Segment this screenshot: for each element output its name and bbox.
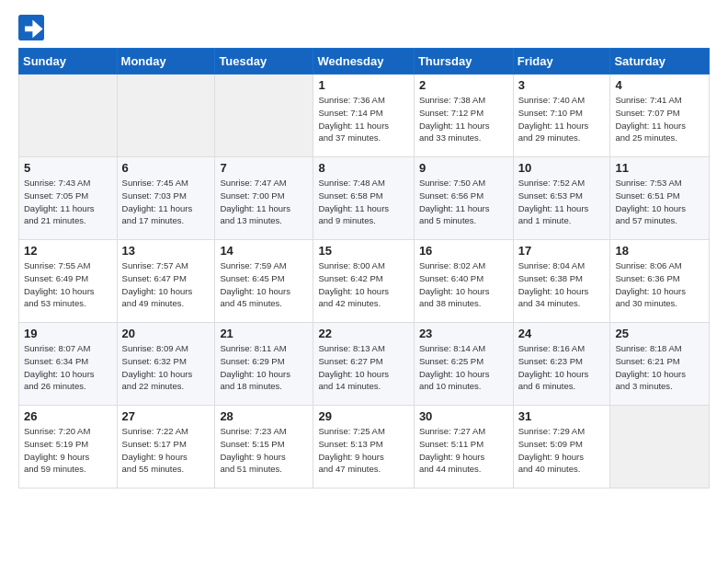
week-row-5: 26Sunrise: 7:20 AM Sunset: 5:19 PM Dayli… [19, 406, 710, 488]
day-number: 7 [220, 161, 308, 175]
day-info: Sunrise: 7:59 AM Sunset: 6:45 PM Dayligh… [220, 259, 308, 310]
day-cell [610, 406, 710, 488]
day-cell: 26Sunrise: 7:20 AM Sunset: 5:19 PM Dayli… [19, 406, 118, 488]
day-info: Sunrise: 7:47 AM Sunset: 7:00 PM Dayligh… [220, 177, 308, 227]
day-cell: 19Sunrise: 8:07 AM Sunset: 6:34 PM Dayli… [19, 323, 118, 406]
day-info: Sunrise: 7:55 AM Sunset: 6:49 PM Dayligh… [24, 259, 112, 310]
day-info: Sunrise: 8:09 AM Sunset: 6:32 PM Dayligh… [122, 342, 210, 393]
day-info: Sunrise: 7:20 AM Sunset: 5:19 PM Dayligh… [24, 425, 112, 476]
day-cell: 24Sunrise: 8:16 AM Sunset: 6:23 PM Dayli… [513, 323, 610, 406]
day-number: 6 [122, 161, 210, 175]
day-cell: 29Sunrise: 7:25 AM Sunset: 5:13 PM Dayli… [313, 406, 414, 488]
day-cell: 18Sunrise: 8:06 AM Sunset: 6:36 PM Dayli… [610, 240, 710, 323]
day-number: 25 [615, 327, 704, 340]
day-number: 29 [318, 409, 408, 423]
day-cell: 31Sunrise: 7:29 AM Sunset: 5:09 PM Dayli… [513, 406, 610, 488]
day-cell: 1Sunrise: 7:36 AM Sunset: 7:14 PM Daylig… [313, 75, 414, 157]
day-cell: 28Sunrise: 7:23 AM Sunset: 5:15 PM Dayli… [215, 406, 313, 488]
day-cell: 17Sunrise: 8:04 AM Sunset: 6:38 PM Dayli… [513, 240, 610, 323]
day-cell: 4Sunrise: 7:41 AM Sunset: 7:07 PM Daylig… [610, 75, 710, 157]
calendar: SundayMondayTuesdayWednesdayThursdayFrid… [18, 48, 710, 488]
day-cell: 11Sunrise: 7:53 AM Sunset: 6:51 PM Dayli… [610, 157, 710, 240]
day-number: 30 [419, 409, 508, 423]
day-cell: 13Sunrise: 7:57 AM Sunset: 6:47 PM Dayli… [117, 240, 215, 323]
day-cell: 6Sunrise: 7:45 AM Sunset: 7:03 PM Daylig… [117, 157, 215, 240]
day-number: 8 [318, 161, 408, 175]
day-cell: 20Sunrise: 8:09 AM Sunset: 6:32 PM Dayli… [117, 323, 215, 406]
day-cell: 2Sunrise: 7:38 AM Sunset: 7:12 PM Daylig… [414, 75, 513, 157]
weekday-header-thursday: Thursday [414, 49, 513, 75]
day-number: 14 [220, 244, 308, 258]
day-info: Sunrise: 7:57 AM Sunset: 6:47 PM Dayligh… [122, 259, 210, 310]
day-number: 11 [615, 161, 704, 175]
week-row-2: 5Sunrise: 7:43 AM Sunset: 7:05 PM Daylig… [19, 157, 710, 240]
day-number: 13 [122, 244, 210, 258]
week-row-3: 12Sunrise: 7:55 AM Sunset: 6:49 PM Dayli… [19, 240, 710, 323]
weekday-header-wednesday: Wednesday [313, 49, 414, 75]
day-info: Sunrise: 8:07 AM Sunset: 6:34 PM Dayligh… [24, 342, 112, 393]
day-cell: 22Sunrise: 8:13 AM Sunset: 6:27 PM Dayli… [313, 323, 414, 406]
week-row-1: 1Sunrise: 7:36 AM Sunset: 7:14 PM Daylig… [19, 75, 710, 157]
day-cell [19, 75, 118, 157]
day-info: Sunrise: 8:06 AM Sunset: 6:36 PM Dayligh… [615, 259, 704, 310]
day-cell: 27Sunrise: 7:22 AM Sunset: 5:17 PM Dayli… [117, 406, 215, 488]
day-cell: 14Sunrise: 7:59 AM Sunset: 6:45 PM Dayli… [215, 240, 313, 323]
day-info: Sunrise: 8:13 AM Sunset: 6:27 PM Dayligh… [318, 342, 408, 393]
day-number: 24 [518, 327, 606, 340]
day-info: Sunrise: 7:27 AM Sunset: 5:11 PM Dayligh… [419, 425, 508, 476]
day-cell [215, 75, 313, 157]
day-info: Sunrise: 7:29 AM Sunset: 5:09 PM Dayligh… [518, 425, 606, 476]
day-info: Sunrise: 8:00 AM Sunset: 6:42 PM Dayligh… [318, 259, 408, 310]
day-number: 21 [220, 327, 308, 340]
day-number: 28 [220, 409, 308, 423]
day-info: Sunrise: 7:43 AM Sunset: 7:05 PM Dayligh… [24, 177, 112, 227]
day-info: Sunrise: 7:25 AM Sunset: 5:13 PM Dayligh… [318, 425, 408, 476]
header [18, 15, 710, 40]
weekday-header-saturday: Saturday [610, 49, 710, 75]
day-number: 10 [518, 161, 606, 175]
day-cell: 9Sunrise: 7:50 AM Sunset: 6:56 PM Daylig… [414, 157, 513, 240]
week-row-4: 19Sunrise: 8:07 AM Sunset: 6:34 PM Dayli… [19, 323, 710, 406]
day-cell: 30Sunrise: 7:27 AM Sunset: 5:11 PM Dayli… [414, 406, 513, 488]
day-number: 22 [318, 327, 408, 340]
weekday-header-tuesday: Tuesday [215, 49, 313, 75]
day-info: Sunrise: 7:45 AM Sunset: 7:03 PM Dayligh… [122, 177, 210, 227]
day-number: 5 [24, 161, 112, 175]
day-info: Sunrise: 7:38 AM Sunset: 7:12 PM Dayligh… [419, 94, 508, 144]
day-info: Sunrise: 8:04 AM Sunset: 6:38 PM Dayligh… [518, 259, 606, 310]
weekday-header-row: SundayMondayTuesdayWednesdayThursdayFrid… [19, 49, 710, 75]
day-number: 3 [518, 78, 606, 92]
day-number: 26 [24, 409, 112, 423]
day-info: Sunrise: 7:41 AM Sunset: 7:07 PM Dayligh… [615, 94, 704, 144]
day-number: 15 [318, 244, 408, 258]
day-number: 2 [419, 78, 508, 92]
page: SundayMondayTuesdayWednesdayThursdayFrid… [0, 0, 728, 503]
day-info: Sunrise: 7:48 AM Sunset: 6:58 PM Dayligh… [318, 177, 408, 227]
day-info: Sunrise: 7:22 AM Sunset: 5:17 PM Dayligh… [122, 425, 210, 476]
day-number: 16 [419, 244, 508, 258]
day-number: 20 [122, 327, 210, 340]
day-info: Sunrise: 7:40 AM Sunset: 7:10 PM Dayligh… [518, 94, 606, 144]
day-cell: 10Sunrise: 7:52 AM Sunset: 6:53 PM Dayli… [513, 157, 610, 240]
weekday-header-sunday: Sunday [19, 49, 118, 75]
day-info: Sunrise: 8:18 AM Sunset: 6:21 PM Dayligh… [615, 342, 704, 393]
day-cell: 12Sunrise: 7:55 AM Sunset: 6:49 PM Dayli… [19, 240, 118, 323]
day-cell: 16Sunrise: 8:02 AM Sunset: 6:40 PM Dayli… [414, 240, 513, 323]
day-number: 27 [122, 409, 210, 423]
day-info: Sunrise: 7:53 AM Sunset: 6:51 PM Dayligh… [615, 177, 704, 227]
day-number: 1 [318, 78, 408, 92]
day-cell: 5Sunrise: 7:43 AM Sunset: 7:05 PM Daylig… [19, 157, 118, 240]
day-info: Sunrise: 8:11 AM Sunset: 6:29 PM Dayligh… [220, 342, 308, 393]
day-info: Sunrise: 8:14 AM Sunset: 6:25 PM Dayligh… [419, 342, 508, 393]
day-info: Sunrise: 7:23 AM Sunset: 5:15 PM Dayligh… [220, 425, 308, 476]
day-cell: 3Sunrise: 7:40 AM Sunset: 7:10 PM Daylig… [513, 75, 610, 157]
day-cell: 7Sunrise: 7:47 AM Sunset: 7:00 PM Daylig… [215, 157, 313, 240]
day-number: 18 [615, 244, 704, 258]
day-info: Sunrise: 8:02 AM Sunset: 6:40 PM Dayligh… [419, 259, 508, 310]
day-info: Sunrise: 8:16 AM Sunset: 6:23 PM Dayligh… [518, 342, 606, 393]
day-cell: 23Sunrise: 8:14 AM Sunset: 6:25 PM Dayli… [414, 323, 513, 406]
day-number: 4 [615, 78, 704, 92]
day-cell: 21Sunrise: 8:11 AM Sunset: 6:29 PM Dayli… [215, 323, 313, 406]
day-info: Sunrise: 7:50 AM Sunset: 6:56 PM Dayligh… [419, 177, 508, 227]
logo [18, 15, 46, 40]
